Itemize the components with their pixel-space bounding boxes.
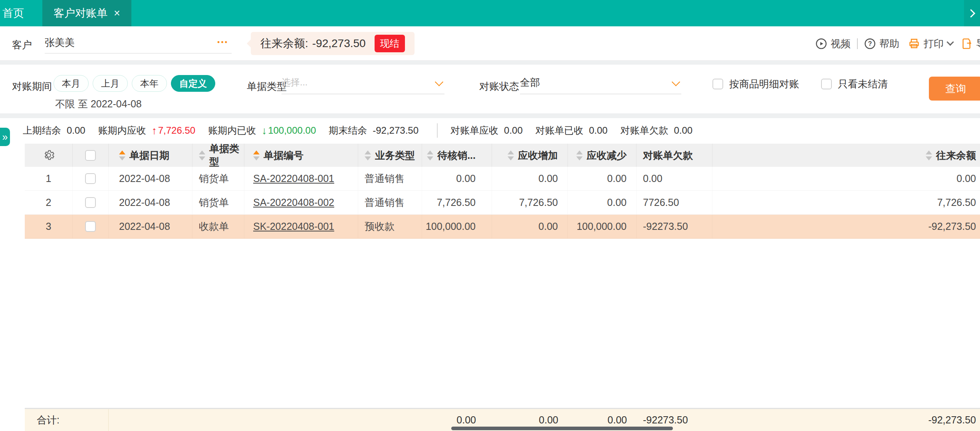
column-header-date[interactable]: 单据日期 xyxy=(109,144,192,167)
cell-ar-increase: 0.00 xyxy=(492,215,568,238)
cell-date: 2022-04-08 xyxy=(109,167,192,190)
cell-ar-decrease: 0.00 xyxy=(568,191,637,214)
column-header-doc-type[interactable]: 单据类型 xyxy=(192,144,244,167)
tab-home[interactable]: 首页 xyxy=(0,0,36,26)
sort-icon[interactable] xyxy=(427,150,433,160)
doc-type-placeholder: 选择... xyxy=(282,76,307,89)
summary-strip: 上期结余 0.00 账期内应收 ↑ 7,726.50 账期内已收 ↓ 100,0… xyxy=(23,118,705,143)
doc-no-link[interactable]: SA-20220408-002 xyxy=(253,197,334,208)
row-checkbox[interactable] xyxy=(73,215,109,238)
column-header-stmt-debt[interactable]: 对账单欠款 xyxy=(637,144,712,167)
cell-doc-no: SA-20220408-002 xyxy=(244,191,358,214)
more-options-icon[interactable]: ••• xyxy=(217,38,228,47)
print-button[interactable]: 打印 xyxy=(908,37,944,50)
summary-ending-balance: 期末结余 -92,273.50 xyxy=(329,124,419,137)
row-index: 1 xyxy=(25,167,73,190)
unsettled-checkbox[interactable]: 只看未结清 xyxy=(821,77,888,91)
column-header-pending[interactable]: 待核销... xyxy=(422,144,492,167)
chevron-right-icon xyxy=(966,9,975,17)
cell-stmt-debt: 7726.50 xyxy=(637,191,712,214)
pill-custom[interactable]: 自定义 xyxy=(171,75,215,92)
expand-sidebar-button[interactable]: » xyxy=(0,128,10,146)
column-header-biz-type[interactable]: 业务类型 xyxy=(358,144,422,167)
video-button[interactable]: 视频 xyxy=(815,37,851,50)
doc-no-link[interactable]: SA-20220408-001 xyxy=(253,173,334,184)
balance-bubble: 往来余额: -92,273.50 现结 xyxy=(251,32,415,55)
printer-icon xyxy=(908,38,920,49)
pill-last-month[interactable]: 上月 xyxy=(93,75,128,92)
checkbox-icon[interactable] xyxy=(85,150,96,161)
column-settings-button[interactable] xyxy=(25,144,73,167)
question-circle-icon: ? xyxy=(864,38,876,49)
cell-doc-type: 收款单 xyxy=(192,215,244,238)
status-value: 全部 xyxy=(520,76,540,89)
cash-settle-badge: 现结 xyxy=(375,35,405,52)
horizontal-scrollbar[interactable] xyxy=(451,427,673,430)
summary-period-received: 账期内已收 ↓ 100,000.00 xyxy=(208,124,316,137)
table-row[interactable]: 1 2022-04-08 销货单 SA-20220408-001 普通销售 0.… xyxy=(25,167,980,191)
status-select[interactable]: 全部 xyxy=(520,71,681,94)
summary-prev-balance: 上期结余 0.00 xyxy=(23,124,85,137)
statement-table: 单据日期 单据类型 单据编号 业务类型 待核销... xyxy=(25,144,980,239)
help-button[interactable]: ? 帮助 xyxy=(864,37,899,50)
period-label: 对账期间 xyxy=(12,80,52,93)
cell-balance: 7,726.50 xyxy=(891,191,980,214)
query-button[interactable]: 查询 xyxy=(929,77,980,101)
pill-this-month[interactable]: 本月 xyxy=(54,75,89,92)
table-row-selected[interactable]: 3 2022-04-08 收款单 SK-20220408-001 预收款 100… xyxy=(25,215,980,239)
by-product-checkbox[interactable]: 按商品明细对账 xyxy=(712,77,799,91)
export-button[interactable]: 导出 xyxy=(962,37,980,50)
customer-label: 客户 xyxy=(12,38,32,51)
cell-biz-type: 预收款 xyxy=(358,215,422,238)
select-all-checkbox[interactable] xyxy=(73,144,109,167)
summary-period-receivable: 账期内应收 ↑ 7,726.50 xyxy=(98,124,195,137)
summary-stmt-receivable: 对账单应收 0.00 xyxy=(450,124,523,137)
toolbar: 客户 张美美 ••• 往来余额: -92,273.50 现结 视频 ? 帮助 xyxy=(0,26,980,61)
tab-scroll-right-button[interactable] xyxy=(964,0,980,26)
period-range-value[interactable]: 不限 至 2022-04-08 xyxy=(55,97,142,111)
checkbox-icon[interactable] xyxy=(85,197,96,208)
table-row[interactable]: 2 2022-04-08 销货单 SA-20220408-002 普通销售 7,… xyxy=(25,191,980,215)
chevron-down-icon xyxy=(435,78,443,86)
checkbox-icon[interactable] xyxy=(821,79,832,89)
table-header-row: 单据日期 单据类型 单据编号 业务类型 待核销... xyxy=(25,144,980,167)
cell-balance: 0.00 xyxy=(891,167,980,190)
doc-type-select[interactable]: 选择... xyxy=(282,71,444,94)
doc-type-label: 单据类型 xyxy=(247,80,287,93)
checkbox-icon[interactable] xyxy=(85,173,96,184)
sort-icon[interactable] xyxy=(508,150,514,160)
column-header-ar-increase[interactable]: 应收增加 xyxy=(492,144,568,167)
checkbox-icon[interactable] xyxy=(85,221,96,232)
sort-icon[interactable] xyxy=(365,150,371,160)
pill-this-year[interactable]: 本年 xyxy=(132,75,167,92)
cell-doc-no: SA-20220408-001 xyxy=(244,167,358,190)
sort-icon[interactable] xyxy=(926,150,932,160)
summary-stmt-received: 对账单已收 0.00 xyxy=(536,124,608,137)
close-icon[interactable]: × xyxy=(114,8,120,19)
sort-icon[interactable] xyxy=(576,150,583,160)
column-header-doc-no[interactable]: 单据编号 xyxy=(244,144,358,167)
row-checkbox[interactable] xyxy=(73,167,109,190)
cell-ar-decrease: 0.00 xyxy=(568,167,637,190)
checkbox-icon[interactable] xyxy=(712,79,723,89)
down-arrow-icon: ↓ xyxy=(262,125,267,137)
play-circle-icon xyxy=(815,38,827,49)
sort-icon[interactable] xyxy=(199,150,205,160)
column-header-ar-decrease[interactable]: 应收减少 xyxy=(568,144,637,167)
total-balance: -92,273.50 xyxy=(891,409,980,431)
customer-select[interactable]: 张美美 ••• xyxy=(45,32,232,53)
sort-icon[interactable] xyxy=(253,150,260,160)
summary-stmt-debt: 对账单欠款 0.00 xyxy=(620,124,692,137)
main-panel: » 上期结余 0.00 账期内应收 ↑ 7,726.50 账期内已收 ↓ 100… xyxy=(0,118,980,431)
row-checkbox[interactable] xyxy=(73,191,109,214)
bubble-arrow xyxy=(247,39,251,48)
column-header-balance[interactable]: 往来余额 xyxy=(891,144,980,167)
chevron-down-icon[interactable] xyxy=(946,38,954,45)
filter-bar: 对账期间 本月 上月 本年 自定义 不限 至 2022-04-08 单据类型 选… xyxy=(0,65,980,113)
cell-stmt-debt: 0.00 xyxy=(637,167,712,190)
sort-icon[interactable] xyxy=(119,150,125,160)
row-index: 2 xyxy=(25,191,73,214)
cell-ar-decrease: 100,000.00 xyxy=(568,215,637,238)
tab-customer-statement[interactable]: 客户对账单 × xyxy=(42,0,131,26)
doc-no-link[interactable]: SK-20220408-001 xyxy=(253,221,334,232)
